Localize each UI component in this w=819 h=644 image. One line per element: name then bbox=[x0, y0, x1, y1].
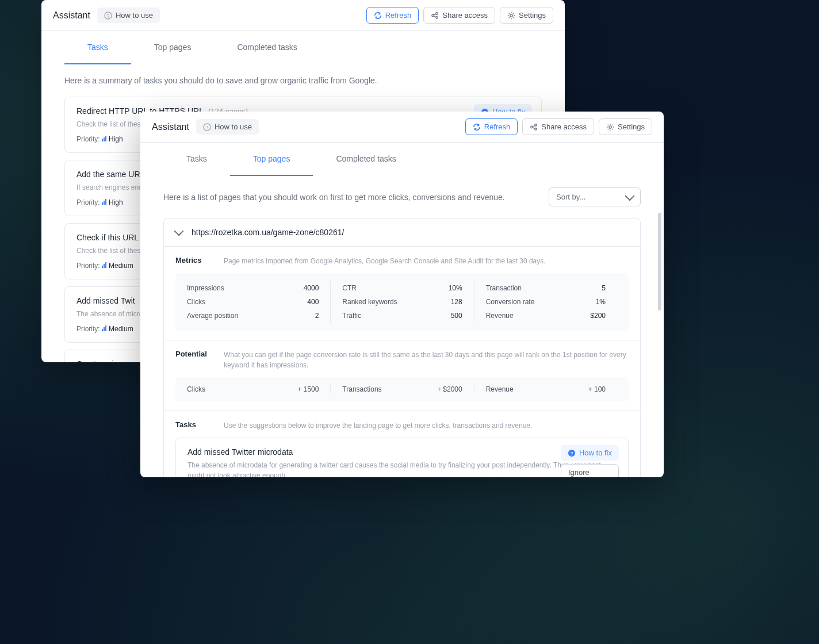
svg-text:?: ? bbox=[106, 13, 109, 18]
share-button[interactable]: Share access bbox=[522, 118, 594, 135]
settings-button[interactable]: Settings bbox=[599, 118, 652, 135]
settings-button[interactable]: Settings bbox=[500, 7, 553, 24]
section-label: Metrics bbox=[175, 256, 210, 264]
metrics-grid: Impressions4000 Clicks400 Average positi… bbox=[175, 273, 629, 331]
priority-icon bbox=[102, 262, 106, 268]
chevron-down-icon bbox=[625, 191, 635, 201]
intro-text: Here is a summary of tasks you should do… bbox=[64, 76, 542, 85]
help-icon: ? bbox=[568, 449, 576, 457]
svg-point-4 bbox=[436, 16, 438, 18]
chevron-down-icon bbox=[174, 227, 184, 236]
share-icon bbox=[530, 123, 538, 131]
header: Assistant ? How to use Refresh Share acc… bbox=[140, 112, 664, 143]
howto-button[interactable]: ? How to use bbox=[97, 7, 160, 23]
tabs: Tasks Top pages Completed tasks bbox=[140, 143, 664, 176]
howto-button[interactable]: ? How to use bbox=[196, 119, 259, 135]
section-label: Tasks bbox=[175, 420, 210, 429]
tab-completed[interactable]: Completed tasks bbox=[313, 143, 419, 176]
svg-point-10 bbox=[531, 126, 533, 128]
intro-text: Here is a list of pages that you should … bbox=[163, 193, 505, 202]
page-card: https://rozetka.com.ua/game-zone/c80261/… bbox=[163, 218, 641, 477]
refresh-button[interactable]: Refresh bbox=[366, 7, 419, 24]
ignore-button[interactable]: Ignore bbox=[561, 464, 619, 477]
tab-tasks[interactable]: Tasks bbox=[64, 31, 131, 64]
tasks-section: Tasks Use the suggestions below to impro… bbox=[164, 411, 640, 477]
svg-point-12 bbox=[535, 128, 537, 130]
subtask-desc: The absence of microdata for generating … bbox=[187, 460, 617, 477]
howto-label: How to use bbox=[116, 11, 153, 20]
refresh-icon bbox=[374, 12, 382, 20]
refresh-icon bbox=[473, 123, 481, 131]
svg-text:?: ? bbox=[205, 124, 208, 130]
page-url: https://rozetka.com.ua/game-zone/c80261/ bbox=[192, 228, 344, 237]
app-title: Assistant bbox=[53, 10, 90, 21]
section-label: Potential bbox=[175, 350, 210, 358]
svg-point-13 bbox=[609, 125, 611, 128]
section-desc: What you can get if the page conversion … bbox=[224, 350, 629, 370]
svg-text:?: ? bbox=[570, 450, 573, 456]
refresh-button[interactable]: Refresh bbox=[465, 118, 518, 135]
share-button[interactable]: Share access bbox=[423, 7, 495, 24]
priority-icon bbox=[102, 325, 106, 331]
page-header[interactable]: https://rozetka.com.ua/game-zone/c80261/ bbox=[164, 218, 640, 246]
scrollbar[interactable] bbox=[658, 213, 661, 310]
app-title: Assistant bbox=[152, 122, 189, 132]
content: Here is a list of pages that you should … bbox=[140, 176, 664, 477]
svg-point-5 bbox=[510, 14, 512, 16]
priority-icon bbox=[102, 136, 106, 141]
sortby-select[interactable]: Sort by... bbox=[549, 187, 641, 206]
subtask-card: Add missed Twitter microdata The absence… bbox=[175, 438, 629, 477]
help-icon: ? bbox=[203, 123, 211, 131]
tab-completed[interactable]: Completed tasks bbox=[214, 31, 320, 64]
share-icon bbox=[431, 12, 439, 20]
section-desc: Use the suggestions below to improve the… bbox=[224, 420, 532, 431]
section-desc: Page metrics imported from Google Analyt… bbox=[224, 256, 546, 266]
gear-icon bbox=[507, 12, 515, 20]
tab-top-pages[interactable]: Top pages bbox=[230, 143, 313, 176]
potential-grid: Clicks+ 1500 Transactions+ $2000 Revenue… bbox=[175, 377, 629, 401]
tab-top-pages[interactable]: Top pages bbox=[131, 31, 215, 64]
gear-icon bbox=[606, 123, 614, 131]
svg-point-3 bbox=[436, 12, 438, 14]
assistant-panel-front: Assistant ? How to use Refresh Share acc… bbox=[140, 112, 664, 477]
tabs: Tasks Top pages Completed tasks bbox=[41, 31, 565, 64]
tab-tasks[interactable]: Tasks bbox=[163, 143, 230, 176]
svg-point-11 bbox=[535, 124, 537, 126]
howfix-button[interactable]: ?How to fix bbox=[561, 445, 619, 461]
header: Assistant ? How to use Refresh Share acc… bbox=[41, 0, 565, 31]
svg-point-2 bbox=[432, 14, 434, 17]
metrics-section: Metrics Page metrics imported from Googl… bbox=[164, 246, 640, 340]
potential-section: Potential What you can get if the page c… bbox=[164, 340, 640, 411]
subtask-title: Add missed Twitter microdata bbox=[187, 447, 617, 457]
help-icon: ? bbox=[104, 12, 112, 20]
priority-icon bbox=[102, 199, 106, 205]
